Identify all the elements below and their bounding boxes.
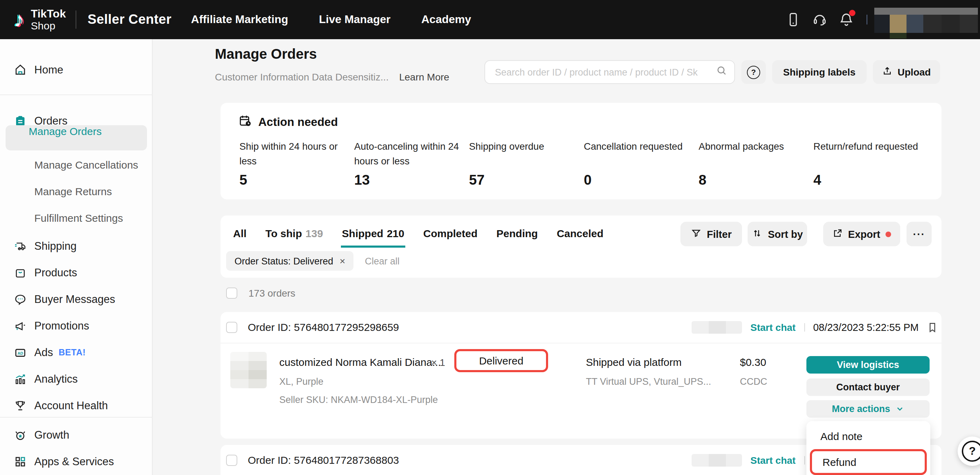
- sidebar-item-account-health[interactable]: Account Health: [0, 393, 153, 418]
- sidebar-label: Manage Returns: [34, 185, 112, 197]
- order-id: Order ID: 576480177287368803: [248, 454, 399, 466]
- shipping-labels-button[interactable]: Shipping labels: [772, 60, 867, 84]
- ads-icon: AD: [14, 346, 27, 359]
- sidebar-label: Analytics: [34, 373, 78, 386]
- select-all-checkbox[interactable]: [226, 288, 237, 299]
- app-window: ♪ TikTok Shop Seller Center Affiliate Ma…: [0, 0, 980, 475]
- analytics-chart-icon: [14, 373, 27, 386]
- help-button[interactable]: ?: [741, 60, 766, 84]
- sidebar-item-apps-services[interactable]: Apps & Services: [0, 449, 153, 474]
- nav-live-manager[interactable]: Live Manager: [319, 13, 391, 26]
- sidebar-item-fulfillment-settings[interactable]: Fulfillment Settings: [0, 205, 153, 230]
- sidebar-label: Fulfillment Settings: [34, 211, 123, 224]
- start-chat-link[interactable]: Start chat: [750, 455, 795, 466]
- action-stat[interactable]: Return/refund requested 4: [813, 139, 918, 188]
- refund-menu-item[interactable]: Refund: [822, 456, 856, 468]
- order-status: Delivered: [479, 355, 523, 367]
- sidebar-label: Home: [34, 64, 64, 76]
- action-needed-title: Action needed: [258, 116, 338, 129]
- product-title[interactable]: customized Norma Kamali Diana...: [279, 356, 441, 368]
- sidebar-label-active[interactable]: Manage Orders: [29, 125, 102, 137]
- tab-all[interactable]: All: [232, 222, 247, 248]
- product-quantity: × 1: [431, 357, 445, 368]
- order-checkbox[interactable]: [226, 454, 237, 465]
- more-actions-button[interactable]: More actions: [807, 400, 930, 418]
- sidebar-label: Growth: [34, 429, 69, 442]
- clear-all-link[interactable]: Clear all: [365, 256, 400, 266]
- sidebar-item-buyer-messages[interactable]: Buyer Messages: [0, 287, 153, 312]
- redacted-buyer-name: [692, 321, 742, 334]
- svg-text:AD: AD: [18, 351, 23, 355]
- export-button[interactable]: Export: [823, 222, 900, 246]
- view-logistics-button[interactable]: View logistics: [807, 356, 930, 373]
- floating-help-button[interactable]: ?: [958, 437, 980, 466]
- sidebar-divider: [0, 94, 153, 95]
- sidebar-label: Manage Cancellations: [34, 159, 138, 170]
- start-chat-link[interactable]: Start chat: [750, 322, 795, 333]
- tiktok-shop-logo[interactable]: ♪ TikTok Shop: [14, 8, 66, 30]
- sidebar-item-promotions[interactable]: Promotions: [0, 313, 153, 338]
- nav-academy[interactable]: Academy: [422, 13, 471, 26]
- tiktok-note-icon: ♪: [14, 9, 24, 30]
- support-headset-icon[interactable]: [812, 12, 827, 27]
- header-divider: [804, 456, 805, 464]
- action-stat[interactable]: Auto-canceling within 24 hours or less 1…: [354, 139, 459, 188]
- sidebar-label: Buyer Messages: [34, 293, 115, 306]
- sidebar-item-ads[interactable]: AD Ads BETA!: [0, 340, 153, 365]
- truck-icon: [14, 240, 27, 253]
- calendar-clock-icon: [239, 114, 252, 130]
- card-divider: [221, 343, 942, 343]
- redacted-account-info[interactable]: [874, 4, 978, 35]
- seller-center-title[interactable]: Seller Center: [88, 12, 172, 27]
- order-amount: $0.30: [740, 356, 766, 368]
- tab-completed[interactable]: Completed: [422, 222, 478, 248]
- sidebar-item-home[interactable]: Home: [0, 57, 153, 83]
- mobile-app-icon[interactable]: [785, 12, 801, 27]
- action-stat[interactable]: Cancellation requested 0: [584, 139, 689, 188]
- add-note-menu-item[interactable]: Add note: [820, 430, 862, 442]
- funnel-icon: [691, 228, 702, 240]
- apps-grid-icon: [14, 455, 27, 468]
- more-options-button[interactable]: ···: [907, 222, 932, 246]
- nav-affiliate-marketing[interactable]: Affiliate Marketing: [191, 13, 288, 26]
- sidebar-divider: [0, 417, 153, 418]
- sidebar-item-analytics[interactable]: Analytics: [0, 367, 153, 392]
- tab-to-ship[interactable]: To ship139: [265, 222, 324, 248]
- tab-shipped[interactable]: Shipped210: [341, 222, 405, 248]
- brand-line2: Shop: [31, 20, 66, 31]
- orders-count-label: 173 orders: [248, 288, 295, 299]
- sidebar-item-shipping[interactable]: Shipping: [0, 234, 153, 259]
- shipping-method: Shipped via platform: [586, 356, 682, 368]
- sidebar-label: Account Health: [34, 399, 108, 412]
- action-needed-card: Action needed Ship within 24 hours or le…: [221, 103, 942, 199]
- page-subtitle: Customer Information Data Desensitiz...: [215, 71, 388, 83]
- sort-arrows-icon: [752, 228, 762, 240]
- sidebar-label: Products: [34, 267, 77, 279]
- contact-buyer-button[interactable]: Contact buyer: [807, 378, 930, 396]
- shipping-carrier: TT Virtual UPS, Vtural_UPS...: [586, 377, 711, 387]
- search-icon[interactable]: [716, 65, 727, 79]
- action-stat[interactable]: Ship within 24 hours or less 5: [239, 139, 344, 188]
- sidebar-item-manage-returns[interactable]: Manage Returns: [0, 178, 153, 203]
- sidebar-item-manage-cancellations[interactable]: Manage Cancellations: [0, 152, 153, 177]
- action-stat[interactable]: Abnormal packages 8: [698, 139, 803, 188]
- bookmark-icon[interactable]: [927, 322, 939, 333]
- search-input[interactable]: [493, 66, 716, 78]
- brand-line1: TikTok: [31, 8, 66, 20]
- sidebar-item-growth[interactable]: Growth: [0, 423, 153, 448]
- sort-by-button[interactable]: Sort by: [748, 222, 807, 246]
- order-checkbox[interactable]: [226, 321, 237, 333]
- action-stat[interactable]: Shipping overdue 57: [469, 139, 574, 188]
- sidebar-item-products[interactable]: Products: [0, 260, 153, 286]
- upload-button[interactable]: Upload: [873, 60, 940, 84]
- notifications-bell-icon[interactable]: [838, 12, 854, 27]
- tab-canceled[interactable]: Canceled: [556, 222, 604, 248]
- export-notification-dot: [886, 231, 891, 237]
- payment-method: CCDC: [740, 377, 767, 387]
- learn-more-link[interactable]: Learn More: [399, 71, 449, 83]
- filter-button[interactable]: Filter: [680, 222, 742, 246]
- chip-close-icon[interactable]: ×: [339, 255, 345, 267]
- sidebar-label: Ads: [34, 346, 53, 359]
- redacted-product-image[interactable]: [230, 352, 267, 388]
- tab-pending[interactable]: Pending: [496, 222, 538, 248]
